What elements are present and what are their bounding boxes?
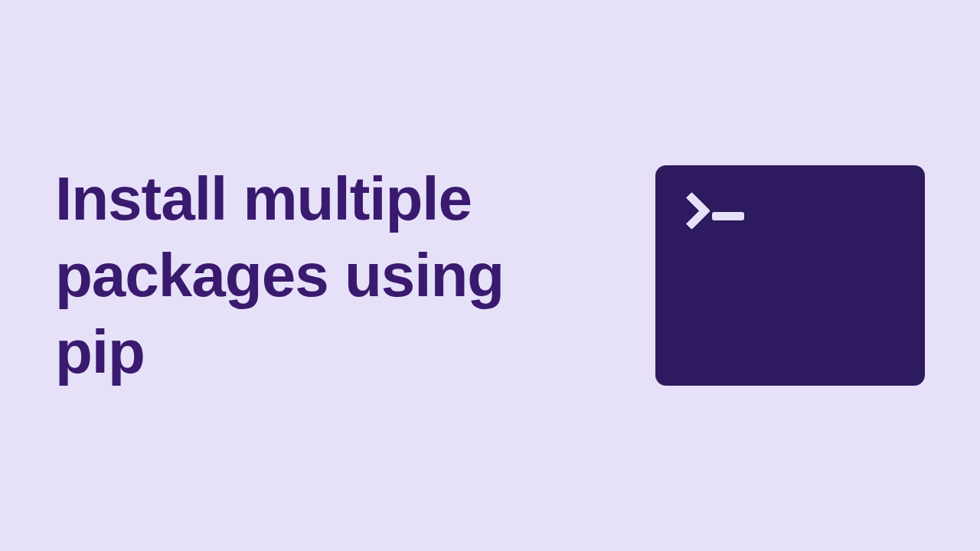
terminal-icon — [655, 165, 925, 386]
chevron-right-icon — [678, 193, 706, 220]
hero-heading: Install multiple packages using pip — [55, 161, 576, 390]
hero-content: Install multiple packages using pip — [55, 161, 925, 390]
terminal-prompt — [678, 193, 744, 220]
cursor-icon — [712, 212, 744, 220]
